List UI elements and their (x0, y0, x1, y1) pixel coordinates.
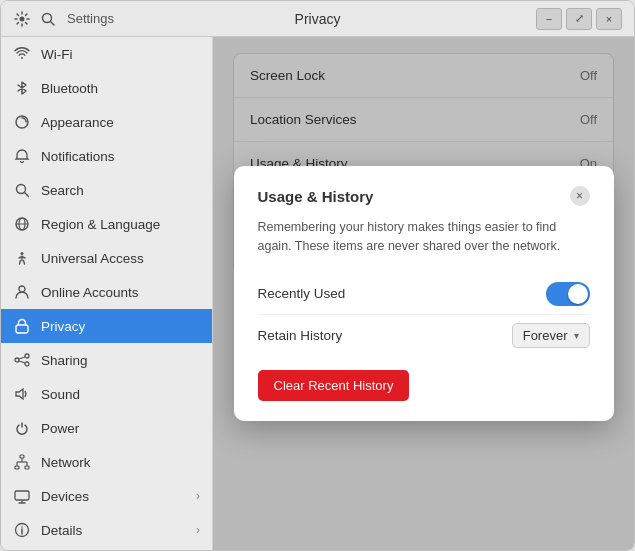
svg-point-10 (19, 286, 25, 292)
svg-rect-24 (15, 491, 29, 500)
main-content: Wi-Fi Bluetooth Appearance (1, 37, 634, 550)
svg-point-0 (20, 16, 25, 21)
sidebar-item-online-accounts[interactable]: Online Accounts (1, 275, 212, 309)
close-button[interactable]: × (596, 8, 622, 30)
settings-app-title: Settings (67, 11, 114, 26)
network-icon (13, 453, 31, 471)
svg-rect-19 (25, 466, 29, 469)
window-controls: − ⤢ × (536, 8, 622, 30)
dialog-overlay: Usage & History × Remembering your histo… (213, 37, 634, 550)
sound-icon (13, 385, 31, 403)
sidebar-item-privacy[interactable]: Privacy (1, 309, 212, 343)
svg-line-2 (51, 21, 55, 25)
privacy-icon (13, 317, 31, 335)
svg-rect-17 (20, 455, 24, 458)
sidebar: Wi-Fi Bluetooth Appearance (1, 37, 213, 550)
sidebar-item-network[interactable]: Network (1, 445, 212, 479)
sidebar-item-label-wifi: Wi-Fi (41, 47, 72, 62)
details-arrow: › (196, 523, 200, 537)
dialog-close-button[interactable]: × (570, 186, 590, 206)
sidebar-item-devices[interactable]: Devices › (1, 479, 212, 513)
online-accounts-icon (13, 283, 31, 301)
universal-access-icon (13, 249, 31, 267)
sidebar-item-label-sound: Sound (41, 387, 80, 402)
sidebar-item-search[interactable]: Search (1, 173, 212, 207)
svg-point-14 (25, 362, 29, 366)
devices-icon (13, 487, 31, 505)
retain-history-value: Forever (523, 328, 568, 343)
titlebar: Settings Privacy − ⤢ × (1, 1, 634, 37)
recently-used-label: Recently Used (258, 286, 346, 301)
sharing-icon (13, 351, 31, 369)
details-icon (13, 521, 31, 539)
sidebar-item-label-sharing: Sharing (41, 353, 88, 368)
sidebar-item-appearance[interactable]: Appearance (1, 105, 212, 139)
svg-point-12 (25, 354, 29, 358)
devices-arrow: › (196, 489, 200, 503)
sidebar-item-bluetooth[interactable]: Bluetooth (1, 71, 212, 105)
region-icon (13, 215, 31, 233)
svg-point-29 (21, 526, 23, 528)
svg-line-15 (19, 357, 25, 359)
dropdown-arrow-icon: ▾ (574, 330, 579, 341)
minimize-button[interactable]: − (536, 8, 562, 30)
sidebar-item-label-region: Region & Language (41, 217, 160, 232)
notifications-icon (13, 147, 31, 165)
power-icon (13, 419, 31, 437)
svg-line-5 (24, 192, 28, 196)
sidebar-item-region[interactable]: Region & Language (1, 207, 212, 241)
settings-icon (13, 10, 31, 28)
usage-history-dialog: Usage & History × Remembering your histo… (234, 166, 614, 421)
svg-point-9 (21, 252, 24, 255)
sidebar-item-label-universal: Universal Access (41, 251, 144, 266)
sidebar-item-label-privacy: Privacy (41, 319, 85, 334)
sidebar-item-universal-access[interactable]: Universal Access (1, 241, 212, 275)
titlebar-left: Settings (13, 10, 114, 28)
appearance-icon (13, 113, 31, 131)
sidebar-item-sound[interactable]: Sound (1, 377, 212, 411)
dialog-description: Remembering your history makes things ea… (258, 218, 590, 256)
sidebar-item-label-search: Search (41, 183, 84, 198)
sidebar-item-label-power: Power (41, 421, 79, 436)
dialog-title: Usage & History (258, 188, 374, 205)
clear-recent-history-button[interactable]: Clear Recent History (258, 370, 410, 401)
retain-history-row: Retain History Forever ▾ (258, 315, 590, 356)
sidebar-item-label-details: Details (41, 523, 82, 538)
search-icon-sidebar (13, 181, 31, 199)
sidebar-item-power[interactable]: Power (1, 411, 212, 445)
sidebar-item-label-devices: Devices (41, 489, 89, 504)
recently-used-row: Recently Used (258, 274, 590, 315)
bluetooth-icon (13, 79, 31, 97)
retain-history-label: Retain History (258, 328, 343, 343)
restore-button[interactable]: ⤢ (566, 8, 592, 30)
wifi-icon (13, 45, 31, 63)
sidebar-item-details[interactable]: Details › (1, 513, 212, 547)
sidebar-item-label-online-accounts: Online Accounts (41, 285, 139, 300)
svg-point-13 (15, 358, 19, 362)
sidebar-item-label-appearance: Appearance (41, 115, 114, 130)
sidebar-item-label-bluetooth: Bluetooth (41, 81, 98, 96)
search-icon-titlebar[interactable] (39, 10, 57, 28)
sidebar-item-notifications[interactable]: Notifications (1, 139, 212, 173)
window-title: Privacy (295, 11, 341, 27)
retain-history-dropdown[interactable]: Forever ▾ (512, 323, 590, 348)
settings-window: Settings Privacy − ⤢ × Wi-Fi (0, 0, 635, 551)
dialog-header: Usage & History × (258, 186, 590, 206)
sidebar-item-wifi[interactable]: Wi-Fi (1, 37, 212, 71)
svg-rect-18 (15, 466, 19, 469)
recently-used-toggle[interactable] (546, 282, 590, 306)
svg-rect-11 (16, 325, 28, 333)
sidebar-item-label-notifications: Notifications (41, 149, 115, 164)
svg-line-16 (19, 361, 25, 363)
sidebar-item-label-network: Network (41, 455, 91, 470)
content-area: Screen Lock Off Location Services Off Us… (213, 37, 634, 550)
sidebar-item-sharing[interactable]: Sharing (1, 343, 212, 377)
